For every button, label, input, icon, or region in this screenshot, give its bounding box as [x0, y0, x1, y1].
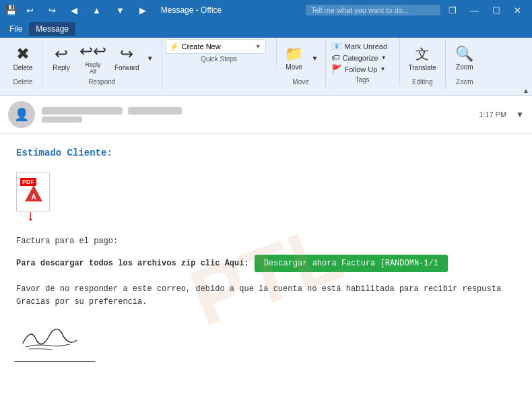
download-button[interactable]: Descargar ahora Factura [RANDOMN-1/1	[255, 255, 448, 272]
create-new-icon: ⚡	[170, 42, 179, 51]
recipient-line-blurred	[42, 117, 82, 123]
editing-group-label: Editing	[412, 78, 433, 88]
title-bar: 💾 ↩ ↪ ◀ ▲ ▼ ▶ Message - Office ❐ — ☐ ✕	[0, 0, 532, 20]
reply-button[interactable]: ↩ Reply	[48, 39, 75, 77]
menu-item-file[interactable]: File	[3, 22, 29, 36]
email-from-line	[42, 107, 472, 115]
categorize-icon: 🏷	[331, 53, 340, 63]
save-icon: 💾	[5, 5, 17, 15]
menu-item-message[interactable]: Message	[29, 22, 75, 36]
ribbon: ✖ Delete Delete ↩ Reply ↩↩ ReplyAll ↪ Fo	[0, 38, 532, 86]
close-button[interactable]: ✕	[508, 4, 527, 17]
mark-unread-icon: 📧	[331, 41, 342, 51]
delete-icon: ✖	[16, 44, 30, 63]
follow-up-icon: 🚩	[331, 64, 342, 74]
tell-me-input[interactable]	[306, 5, 440, 15]
avatar: 👤	[8, 101, 35, 128]
translate-button[interactable]: 文 Translate	[405, 39, 440, 77]
svg-text:A: A	[31, 193, 36, 201]
email-header: 👤 1:17 PM ▼	[0, 96, 532, 134]
pdf-icon: PDF A ↓	[16, 172, 57, 219]
undo-button[interactable]: ↩	[21, 4, 39, 17]
delete-button[interactable]: ✖ Delete	[9, 39, 36, 77]
move-icon: 📁	[285, 45, 303, 63]
watermark: PTL	[178, 205, 354, 344]
sender-name-blurred	[42, 107, 123, 115]
zoom-icon: 🔍	[455, 45, 473, 63]
reply-icon: ↩	[55, 44, 68, 63]
pdf-download-arrow-icon: ↓	[27, 207, 34, 224]
quicksteps-arrow-icon: ▼	[255, 43, 261, 50]
email-greeting: Estimado Cliente:	[16, 148, 516, 158]
window-title: Message - Office	[161, 5, 222, 15]
move-group-label: Move	[292, 78, 308, 88]
nav-back-button[interactable]: ◀	[65, 4, 83, 17]
quicksteps-label: Quick Steps	[165, 54, 273, 65]
minimize-button[interactable]: —	[465, 4, 484, 17]
footer-line2: Gracias por su preferencia.	[16, 296, 516, 309]
forward-button[interactable]: ↪ Forward	[111, 39, 143, 77]
redo-button[interactable]: ↪	[43, 4, 61, 17]
ribbon-group-delete: ✖ Delete Delete	[4, 38, 42, 88]
nav-fwd-button[interactable]: ▶	[134, 4, 152, 17]
ribbon-group-quicksteps: ⚡ Create New ▼ Quick Steps	[162, 38, 277, 66]
ribbon-group-editing: 文 Translate Editing	[400, 38, 446, 88]
respond-group-label: Respond	[88, 78, 115, 88]
pdf-attachment: PDF A ↓	[16, 172, 516, 222]
zoom-button[interactable]: 🔍 Zoom	[451, 39, 478, 77]
delete-group-label: Delete	[13, 78, 33, 88]
content-area: 👤 1:17 PM ▼ PTL Estimado Cliente: PDF	[0, 96, 532, 415]
menu-bar: File Message	[0, 20, 532, 38]
quicksteps-dropdown[interactable]: ⚡ Create New ▼	[165, 39, 266, 54]
ribbon-content: ✖ Delete Delete ↩ Reply ↩↩ ReplyAll ↪ Fo	[0, 38, 532, 88]
move-button[interactable]: 📁 Move	[281, 39, 308, 77]
nav-down-button[interactable]: ▼	[110, 4, 130, 17]
pdf-acrobat-icon: A	[24, 184, 44, 208]
tags-group-label: Tags	[329, 76, 397, 86]
mark-unread-button[interactable]: 📧 Mark Unread	[329, 40, 397, 52]
categorize-button[interactable]: 🏷 Categorize ▼	[329, 52, 397, 63]
more-respond-button[interactable]: ▼	[144, 39, 156, 77]
email-body: PTL Estimado Cliente: PDF A ↓ Factura p	[0, 134, 532, 415]
maximize-button[interactable]: ☐	[487, 4, 506, 17]
pdf-page: PDF A	[16, 172, 50, 212]
email-line2: Para descargar todos los archivos zip cl…	[16, 255, 516, 272]
email-footer: Favor de no responder a este correo, deb…	[16, 283, 516, 309]
ribbon-group-move: 📁 Move ▼ Move	[277, 38, 326, 88]
ribbon-group-respond: ↩ Reply ↩↩ ReplyAll ↪ Forward ▼ Respond	[42, 38, 162, 88]
nav-up-button[interactable]: ▲	[87, 4, 106, 17]
ribbon-group-tags: 📧 Mark Unread 🏷 Categorize ▼ 🚩 Follow Up…	[326, 38, 400, 86]
followup-dropdown-icon: ▼	[380, 66, 385, 72]
reply-all-button[interactable]: ↩↩ ReplyAll	[76, 39, 110, 77]
signature	[14, 320, 98, 362]
more-respond-icon: ▼	[147, 55, 154, 62]
forward-icon: ↪	[120, 44, 133, 63]
restore-button[interactable]: ❐	[443, 4, 462, 17]
footer-line1: Favor de no responder a este correo, deb…	[16, 283, 516, 296]
ribbon-group-zoom: 🔍 Zoom Zoom	[446, 38, 484, 88]
reply-all-icon: ↩↩	[79, 42, 106, 61]
follow-up-button[interactable]: 🚩 Follow Up ▼	[329, 63, 397, 75]
email-meta	[42, 107, 472, 123]
zoom-group-label: Zoom	[456, 78, 473, 88]
more-move-icon: ▼	[312, 55, 319, 62]
email-line1: Factura para el pago:	[16, 235, 516, 248]
ribbon-collapse-icon[interactable]: ▲	[523, 87, 529, 94]
more-move-button[interactable]: ▼	[309, 39, 321, 77]
categorize-dropdown-icon: ▼	[381, 55, 387, 61]
sender-email-blurred	[128, 107, 182, 115]
expand-button[interactable]: ▼	[516, 110, 524, 119]
title-bar-left: 💾 ↩ ↪ ◀ ▲ ▼ ▶ Message - Office	[5, 4, 222, 17]
translate-icon: 文	[415, 45, 429, 63]
ribbon-collapse-area: ▲	[0, 86, 532, 96]
email-time: 1:17 PM	[479, 110, 506, 119]
